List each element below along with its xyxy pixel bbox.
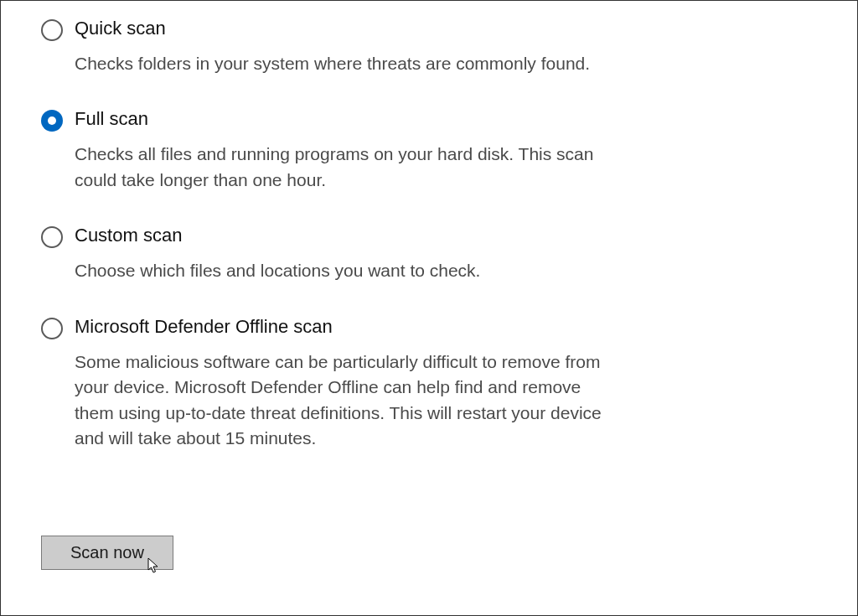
scan-options-group: Quick scan Checks folders in your system… <box>41 18 644 570</box>
mouse-cursor-icon <box>147 557 161 574</box>
option-title-custom[interactable]: Custom scan <box>75 225 480 246</box>
scan-option-quick: Quick scan Checks folders in your system… <box>41 18 644 76</box>
option-text: Full scan Checks all files and running p… <box>75 108 611 193</box>
radio-quick-scan[interactable] <box>41 19 63 41</box>
option-text: Custom scan Choose which files and locat… <box>75 225 480 283</box>
radio-offline-scan[interactable] <box>41 318 63 339</box>
option-title-full[interactable]: Full scan <box>75 108 611 130</box>
option-title-offline[interactable]: Microsoft Defender Offline scan <box>75 316 611 338</box>
radio-custom-scan[interactable] <box>41 226 63 248</box>
option-text: Quick scan Checks folders in your system… <box>75 18 590 76</box>
radio-full-scan[interactable] <box>41 110 63 132</box>
option-desc-custom: Choose which files and locations you wan… <box>75 258 480 283</box>
option-title-quick[interactable]: Quick scan <box>75 18 590 39</box>
scan-option-custom: Custom scan Choose which files and locat… <box>41 225 644 283</box>
scan-now-label: Scan now <box>70 543 144 562</box>
action-row: Scan now <box>41 536 644 570</box>
radio-inner-icon <box>48 116 56 125</box>
option-desc-full: Checks all files and running programs on… <box>75 142 611 193</box>
option-desc-quick: Checks folders in your system where thre… <box>75 51 590 76</box>
scan-now-button[interactable]: Scan now <box>41 536 173 570</box>
option-desc-offline: Some malicious software can be particula… <box>75 349 611 452</box>
scan-option-full: Full scan Checks all files and running p… <box>41 108 644 193</box>
option-text: Microsoft Defender Offline scan Some mal… <box>75 316 611 452</box>
scan-option-offline: Microsoft Defender Offline scan Some mal… <box>41 316 644 452</box>
